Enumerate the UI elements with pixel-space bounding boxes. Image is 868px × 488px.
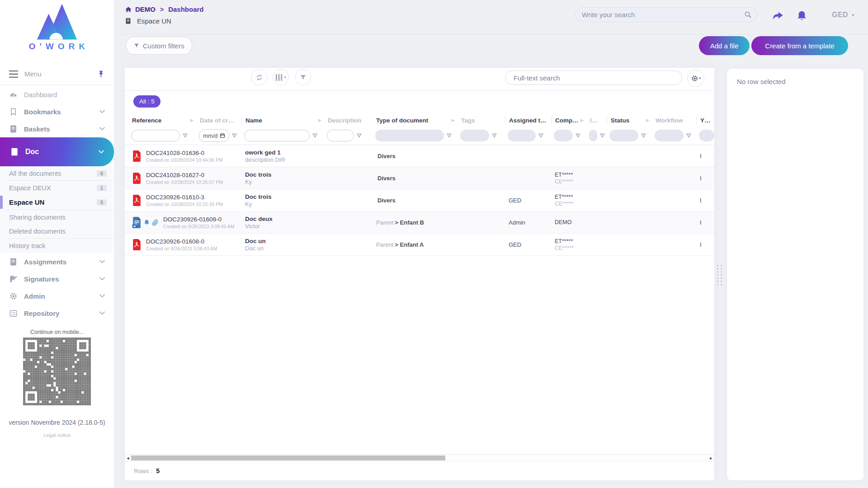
filter-funnel-icon[interactable] (641, 133, 646, 139)
calendar-icon[interactable] (220, 133, 225, 138)
assigned-to: GED (509, 197, 521, 204)
sidebar-item-admin[interactable]: Admin (0, 287, 114, 305)
filter-tags-input[interactable] (460, 130, 489, 141)
column-header-status[interactable]: Status▶ (607, 116, 652, 125)
column-header-workflow[interactable]: Workflow (652, 116, 696, 125)
filter-reference-input[interactable] (131, 130, 180, 141)
document-name: Doc trois (245, 193, 322, 200)
submenu-espace-deux[interactable]: Espace DEUX 1 (0, 181, 113, 195)
column-header-i[interactable]: I… (586, 116, 607, 125)
book-icon (9, 258, 18, 266)
table-row[interactable]: DOC230926-01610-3 Created on 10/28/2024 … (125, 189, 714, 211)
column-header-tags[interactable]: Tags (458, 116, 505, 125)
filter-workflow-input[interactable] (655, 130, 684, 141)
scrollbar-track[interactable] (131, 455, 708, 461)
document-created: Created on 10/28/2024 10:25:07 PM (146, 179, 223, 185)
filter-status-input[interactable] (609, 130, 638, 141)
document-reference: DOC230926-01608-0 (146, 238, 217, 245)
sort-arrow-icon[interactable]: ▶ (190, 118, 194, 122)
filter-funnel-icon[interactable] (599, 133, 605, 139)
doc-submenu: All the documents 6 Espace DEUX 1 Espace… (0, 166, 113, 253)
filter-funnel-icon[interactable] (538, 133, 544, 139)
scrollbar-thumb[interactable] (131, 455, 445, 460)
sidebar-item-doc-active[interactable]: Doc (0, 137, 114, 166)
home-icon[interactable] (125, 6, 132, 13)
filter-funnel-icon[interactable] (446, 133, 452, 139)
sidebar-item-assignments[interactable]: Assignments (0, 253, 114, 270)
global-search-input[interactable] (581, 10, 744, 19)
sidebar-item-signatures[interactable]: Signatures (0, 270, 114, 287)
document-subtitle: description DIR (245, 156, 322, 163)
submenu-espace-un-selected[interactable]: Espace UN 5 (0, 195, 113, 210)
sidebar-item-baskets[interactable]: Baskets (0, 120, 114, 137)
filter-date-input[interactable]: mm/d (199, 129, 229, 142)
sort-arrow-icon[interactable]: ▶ (580, 118, 585, 122)
results-count-chip[interactable]: All : 5 (133, 95, 160, 108)
column-header-description[interactable]: Description (324, 116, 373, 125)
filter-funnel-icon[interactable] (182, 133, 188, 139)
pin-sidebar-icon[interactable] (97, 70, 105, 78)
notification-bell-icon (143, 219, 150, 226)
share-icon[interactable] (772, 10, 784, 22)
table-row[interactable]: DOC241028-01627-0 Created on 10/28/2024 … (125, 167, 714, 189)
scroll-left-arrow-icon[interactable]: ◄ (125, 456, 131, 460)
document-created: Created on 10/28/2024 10:44:06 PM (146, 157, 223, 163)
grid-settings-button[interactable]: ▾ (687, 70, 704, 87)
submenu-deleted-documents[interactable]: Deleted documents (0, 224, 113, 238)
column-header-reference[interactable]: Reference▶ (128, 116, 196, 125)
list-icon (9, 309, 18, 318)
column-header-completion[interactable]: Comp…▶ (551, 116, 586, 125)
filter-type-input[interactable] (375, 130, 444, 141)
custom-filters-button[interactable]: Custom filters (126, 37, 192, 55)
filter-funnel-icon[interactable] (686, 133, 692, 139)
filter-assigned-input[interactable] (508, 130, 536, 141)
table-row[interactable]: DOC230926-01608-0 Created on 9/26/2023 3… (125, 234, 714, 256)
sidebar-item-repository[interactable]: Repository (0, 305, 114, 322)
add-file-button[interactable]: Add a file (699, 36, 750, 55)
notifications-bell-icon[interactable] (796, 10, 808, 22)
chevron-down-icon (99, 260, 105, 263)
columns-button[interactable]: ▾ (273, 69, 289, 85)
submenu-history-track[interactable]: History track (0, 239, 113, 253)
table-row[interactable]: DOC230926-01609-0 Created on 9/26/2023 3… (125, 211, 714, 234)
filter-name-input[interactable] (244, 130, 310, 141)
account-label: GED (832, 11, 848, 19)
column-header-type[interactable]: Type of document▶ (373, 116, 458, 125)
hamburger-icon[interactable] (9, 70, 18, 78)
horizontal-scrollbar[interactable]: ◄ ► (125, 454, 714, 461)
refresh-button[interactable] (251, 69, 267, 85)
scroll-right-arrow-icon[interactable]: ► (708, 456, 714, 460)
column-header-assigned[interactable]: Assigned t… (505, 116, 551, 125)
filter-completion-input[interactable] (554, 130, 573, 141)
search-icon[interactable] (744, 11, 752, 19)
filter-y-input[interactable] (699, 130, 714, 141)
table-row[interactable]: DOC241028-01636-0 Created on 10/28/2024 … (125, 145, 714, 167)
sort-arrow-icon[interactable]: ▶ (452, 118, 456, 122)
column-header-name[interactable]: Name▶ (241, 116, 324, 125)
breadcrumb-page[interactable]: Dashboard (168, 5, 203, 13)
sort-arrow-icon[interactable]: ▶ (646, 118, 650, 122)
filter-button[interactable] (295, 69, 311, 85)
filter-i-input[interactable] (589, 130, 597, 141)
account-menu[interactable]: GED ▾ (832, 11, 854, 19)
column-header-y[interactable]: Y… (696, 116, 714, 125)
sidebar-item-dashboard[interactable]: Dashboard (0, 86, 114, 103)
breadcrumb-root[interactable]: DEMO (135, 5, 156, 13)
filter-funnel-icon[interactable] (575, 133, 581, 139)
filter-funnel-icon[interactable] (312, 133, 318, 139)
submenu-sharing-documents[interactable]: Sharing documents (0, 210, 113, 224)
column-header-date[interactable]: Date of cr… (196, 116, 241, 125)
legal-notice-link[interactable]: Legal notice (0, 432, 114, 438)
fulltext-search-input[interactable] (513, 74, 675, 82)
filter-funnel-icon[interactable] (231, 133, 237, 139)
submenu-all-documents[interactable]: All the documents 6 (0, 166, 113, 180)
filter-funnel-icon[interactable] (491, 133, 497, 139)
mobile-section: Continue on mobile... version Novembre 2… (0, 329, 114, 438)
filter-funnel-icon[interactable] (356, 133, 362, 139)
create-from-template-button[interactable]: Create from a template (751, 36, 848, 55)
document-subtitle: Victor (245, 223, 322, 230)
sidebar-item-bookmarks[interactable]: Bookmarks (0, 103, 114, 120)
filter-description-input[interactable] (327, 130, 354, 141)
sort-arrow-icon[interactable]: ▶ (318, 118, 322, 122)
panel-resize-handle[interactable] (717, 265, 722, 285)
